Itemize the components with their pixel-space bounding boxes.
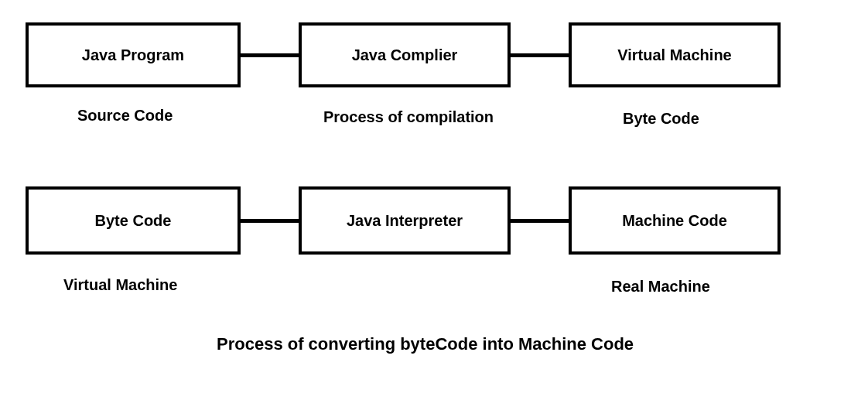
box-java-program: Java Program [26,22,241,87]
connector [241,219,299,223]
box-label: Byte Code [95,212,172,230]
compilation-row: Java Program Java Complier Virtual Machi… [26,22,781,87]
interpretation-row: Byte Code Java Interpreter Machine Code [26,186,781,255]
box-byte-code: Byte Code [26,186,241,255]
connector [241,53,299,57]
box-label: Virtual Machine [617,46,731,64]
sublabel-byte-code: Byte Code [623,110,699,128]
box-label: Java Complier [352,46,458,64]
box-java-interpreter: Java Interpreter [299,186,511,255]
sublabel-real-machine: Real Machine [611,278,710,296]
connector [511,53,569,57]
sublabel-source-code: Source Code [77,107,173,125]
sublabel-process-compilation: Process of compilation [323,108,494,126]
box-label: Machine Code [622,212,727,230]
box-java-compiler: Java Complier [299,22,511,87]
box-label: Java Program [82,46,184,64]
connector [511,219,569,223]
diagram-caption: Process of converting byteCode into Mach… [217,334,634,354]
box-label: Java Interpreter [347,212,463,230]
box-virtual-machine: Virtual Machine [569,22,781,87]
sublabel-virtual-machine: Virtual Machine [63,276,177,294]
box-machine-code: Machine Code [569,186,781,255]
